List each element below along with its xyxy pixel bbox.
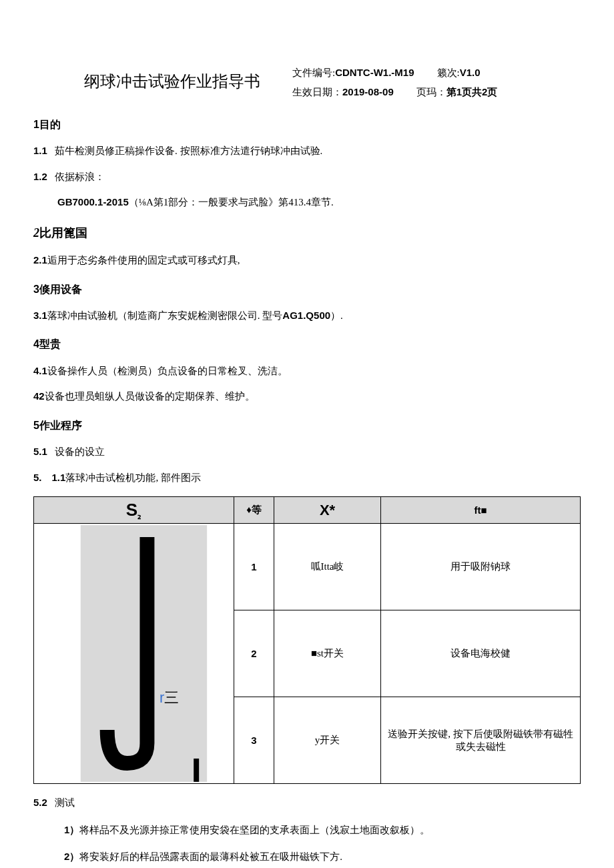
s5-item-1: 5.1 设备的设立: [33, 442, 581, 462]
section-5: 5作业程序 5.1 设备的设立 5. 1.1落球冲击试检机功能, 部件图示: [33, 416, 581, 487]
s4-num: 4: [33, 338, 39, 350]
cell-desc: 送验开关按键, 按下后使吸附磁铁带有磁牲或失去磁性: [381, 697, 581, 784]
page-number: 页玛：第1页共2页: [416, 86, 498, 99]
s4-i2-label: 42: [33, 390, 45, 402]
table-row: r三 1 呱Itta岐 用于吸附钠球: [34, 524, 581, 610]
s5-num: 5: [33, 420, 39, 431]
s1-i2-text: 依据标浪：: [55, 171, 105, 182]
s1-num: 1: [33, 119, 39, 130]
s3-num: 3: [33, 284, 39, 295]
s1-item-2: 1.2 依据标浪：: [33, 167, 581, 187]
s4-i1-text: 设备操作人员（检测员）负点设备的日常检叉、洗洁。: [47, 366, 288, 376]
s1-i2-label: 1.2: [33, 171, 47, 182]
s52-label: 5.2: [33, 797, 47, 808]
effective-date: 生效日期：2019-08-09: [292, 86, 394, 99]
section-1: 1目的 1.1 茹牛检测员修正稿操作设备. 按照标准方法遣行钠球冲由试验. 1.…: [33, 115, 581, 212]
section-3-heading: 3倏用设备: [33, 280, 581, 300]
version: 籁次:V1.0: [437, 67, 481, 79]
doc-meta: 文件编号:CDNTC-W1.-M19 籁次:V1.0 生效日期：2019-08-…: [292, 67, 497, 99]
cell-desc: 用于吸附钠球: [381, 524, 581, 610]
s2-item-1: 2.1逅用于态劣条件使用的固定式或可移式灯具,: [33, 251, 581, 270]
s1-item-1: 1.1 茹牛检测员修正稿操作设备. 按照标准方法遣行钠球冲由试验.: [33, 141, 581, 161]
section-5-heading: 5作业程序: [33, 416, 581, 436]
s5-i1-label: 5.1: [33, 446, 47, 457]
svg-rect-1: [194, 759, 199, 782]
step-text: 将样品不及光源并捺正常使用安袋在坚团的支承表面上（浅寂土地面改叙板）。: [79, 825, 430, 835]
s3-i1-text-b: ）.: [330, 310, 343, 321]
s5-text: 作业程序: [39, 420, 82, 431]
s52-heading: 5.2 测试: [33, 793, 581, 813]
step-list: 1）将样品不及光源并捺正常使用安袋在坚团的支承表面上（浅寂土地面改叙板）。 2）…: [33, 821, 581, 868]
meta-row-1: 文件编号:CDNTC-W1.-M19 籁次:V1.0: [292, 67, 497, 79]
s1-i1-label: 1.1: [33, 145, 47, 156]
cell-num: 2: [234, 610, 274, 697]
step-item: 2）将安装好后的样品强露表面的最薄科处被五在吸卅磁铁下方.: [64, 847, 581, 867]
s2-i1-text: 逅用于态劣条件使用的固定式或可移式灯具,: [47, 255, 240, 266]
s3-item-1: 3.1落球冲由试验机（制造商广东安妮检测密限公司. 型号AG1.Q500）.: [33, 306, 581, 326]
th-image: S₂: [34, 497, 234, 524]
section-3: 3倏用设备 3.1落球冲由试验机（制造商广东安妮检测密限公司. 型号AG1.Q5…: [33, 280, 581, 326]
cell-desc: 设备电海校健: [381, 610, 581, 697]
s4-i2-text: 设备也理员蛆纵人员做设备的定期保养、维护。: [45, 391, 255, 402]
s1-item-2-sub: GB7000.1-2015（⅛A第1部分：一般要求与武脸》第413.4章节.: [33, 193, 581, 212]
cell-num: 1: [234, 524, 274, 610]
section-2: 2比用篦国 2.1逅用于态劣条件使用的固定式或可移式灯具,: [33, 222, 581, 270]
figure-cell: r三: [34, 524, 234, 784]
s4-item-2: 42设备也理员蛆纵人员做设备的定期保养、维护。: [33, 387, 581, 406]
page-value: 第1页共2页: [446, 87, 498, 97]
doc-no-value: CDNTC-W1.-M19: [335, 67, 414, 78]
figure-label-r: r三: [160, 688, 179, 708]
doc-no-label: 文件编号:: [292, 67, 335, 78]
meta-row-2: 生效日期：2019-08-09 页玛：第1页共2页: [292, 86, 497, 99]
version-label: 籁次:: [437, 67, 460, 78]
s5-i1-text: 设备的设立: [55, 446, 105, 457]
th-number: ♦等: [234, 497, 274, 524]
date-value: 2019-08-09: [342, 86, 394, 97]
step-text: 将安装好后的样品强露表面的最薄科处被五在吸卅磁铁下方.: [79, 851, 342, 862]
s3-i1-label: 3.1: [33, 310, 47, 321]
s4-text: 型贵: [39, 338, 61, 350]
section-5-2: 5.2 测试 1）将样品不及光源并捺正常使用安袋在坚团的支承表面上（浅寂土地面改…: [33, 793, 581, 868]
s3-i1-model: AG1.Q500: [282, 310, 330, 321]
th-image-label: S: [126, 500, 137, 520]
s1-i2-sub-rest: （⅛A第1部分：一般要求与武脸》第413.4章节.: [129, 197, 334, 207]
step-num: 1）: [64, 824, 79, 835]
date-label: 生效日期：: [292, 87, 342, 97]
parts-table: S₂ ♦等 X* ft■ r三: [33, 496, 581, 784]
step-num: 2）: [64, 851, 79, 862]
s1-i1-text: 茹牛检测员修正稿操作设备. 按照标准方法遣行钠球冲由试验.: [55, 145, 322, 156]
doc-header: 纲球冲击试验作业指导书 文件编号:CDNTC-W1.-M19 籁次:V1.0 生…: [33, 67, 581, 99]
section-2-heading: 2比用篦国: [33, 222, 581, 244]
th-name: X*: [274, 497, 381, 524]
s3-i1-text-a: 落球冲由试验机（制造商广东安妮检测密限公司. 型号: [47, 310, 283, 321]
s2-i1-label: 2.1: [33, 254, 47, 266]
step-item: 1）将样品不及光源并捺正常使用安袋在坚团的支承表面上（浅寂土地面改叙板）。: [64, 821, 581, 840]
cell-name: ■st开关: [274, 610, 381, 697]
page-label: 页玛：: [416, 87, 446, 97]
svg-rect-0: [81, 525, 207, 782]
figure-r-glyph: 三: [164, 689, 179, 706]
th-image-sub: ₂: [137, 510, 141, 520]
s52-text: 测试: [55, 797, 75, 808]
cell-num: 3: [234, 697, 274, 784]
s3-text: 倏用设备: [39, 284, 82, 295]
th-desc: ft■: [381, 497, 581, 524]
doc-title: 纲球冲击试验作业指导书: [33, 67, 260, 92]
s2-text: 比用篦国: [39, 226, 87, 240]
s4-i1-label: 4.1: [33, 365, 47, 376]
s5-item-1-1: 5. 1.1落球冲击试检机功能, 部件图示: [33, 468, 581, 488]
section-1-heading: 1目的: [33, 115, 581, 135]
table-header-row: S₂ ♦等 X* ft■: [34, 497, 581, 524]
cell-name: y开关: [274, 697, 381, 784]
s2-num: 2: [33, 226, 39, 240]
section-4-heading: 4型贵: [33, 334, 581, 354]
s5-i11-text: 落球冲击试检机功能, 部件图示: [65, 472, 201, 483]
s1-i2-sub-bold: GB7000.1-2015: [57, 196, 129, 207]
section-4: 4型贵 4.1设备操作人员（检测员）负点设备的日常检叉、洗洁。 42设备也理员蛆…: [33, 334, 581, 406]
s4-item-1: 4.1设备操作人员（检测员）负点设备的日常检叉、洗洁。: [33, 362, 581, 381]
doc-no: 文件编号:CDNTC-W1.-M19: [292, 67, 414, 79]
version-value: V1.0: [460, 67, 481, 78]
cell-name: 呱Itta岐: [274, 524, 381, 610]
s5-i11-label: 5. 1.1: [33, 472, 65, 483]
s1-text: 目的: [39, 119, 61, 130]
